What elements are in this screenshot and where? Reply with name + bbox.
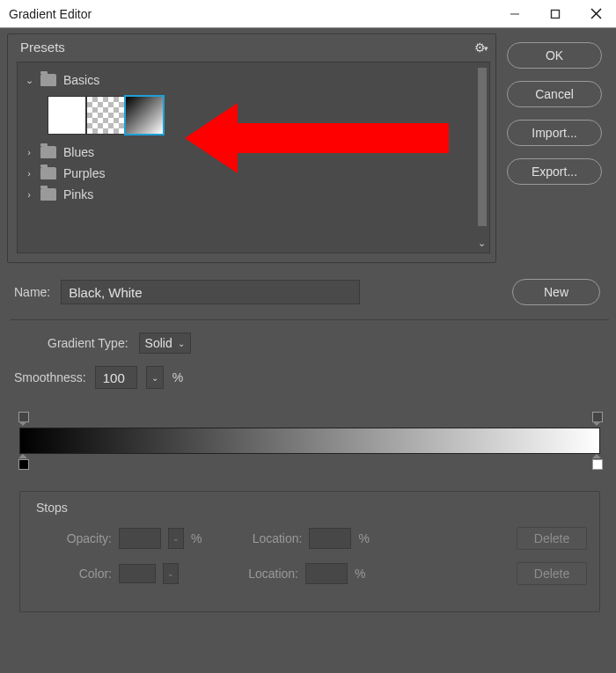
location-label: Location:	[233, 531, 302, 545]
titlebar: Gradient Editor	[0, 0, 616, 28]
scrollbar-thumb[interactable]	[478, 68, 487, 226]
folder-icon	[40, 188, 56, 201]
delete-opacity-stop-button: Delete	[517, 527, 587, 550]
folder-label: Pinks	[63, 187, 93, 201]
cancel-button[interactable]: Cancel	[507, 81, 602, 107]
side-buttons: OK Cancel Import... Export...	[507, 33, 612, 263]
folder-label: Blues	[63, 145, 94, 159]
minimize-button[interactable]	[495, 0, 535, 28]
opacity-location-input	[309, 528, 351, 549]
chevron-right-icon: ›	[25, 147, 33, 157]
gradient-bar[interactable]	[19, 428, 600, 454]
color-location-input	[305, 563, 348, 584]
color-label: Color:	[36, 567, 112, 581]
opacity-stop-left[interactable]	[18, 412, 28, 424]
opacity-label: Opacity:	[36, 531, 112, 545]
chevron-right-icon: ›	[25, 189, 33, 200]
color-swatch	[119, 564, 156, 583]
import-button[interactable]: Import...	[507, 120, 602, 146]
folder-label: Basics	[63, 73, 99, 87]
opacity-dropdown: ⌄	[168, 528, 184, 549]
gradient-type-select[interactable]: Solid ⌄	[139, 333, 191, 354]
location-unit: %	[355, 567, 365, 581]
opacity-input	[119, 528, 161, 549]
stops-panel: Stops Opacity: ⌄ % Location: % Delete Co…	[19, 491, 600, 612]
folder-icon	[40, 146, 56, 158]
export-button[interactable]: Export...	[507, 158, 602, 185]
window-title: Gradient Editor	[9, 7, 495, 21]
location-unit: %	[358, 531, 369, 545]
ok-button[interactable]: OK	[507, 42, 602, 69]
svg-rect-1	[552, 10, 560, 18]
folder-basics[interactable]: ⌄ Basics	[23, 69, 484, 91]
location-label: Location:	[230, 567, 298, 581]
chevron-down-icon: ⌄	[178, 339, 185, 348]
chevron-down-icon: ⌄	[25, 75, 33, 86]
smoothness-input[interactable]	[95, 366, 137, 389]
color-stop-left[interactable]	[18, 456, 28, 468]
swatch-foreground-to-background[interactable]	[48, 96, 86, 135]
preset-list: ⌄ ⌄ Basics › Blues ›	[17, 62, 490, 253]
gear-icon[interactable]: ⚙▾	[474, 40, 487, 55]
presets-label: Presets	[20, 40, 474, 55]
smoothness-label: Smoothness:	[14, 370, 86, 384]
opacity-unit: %	[191, 531, 202, 545]
swatch-black-white[interactable]	[125, 96, 164, 135]
smoothness-dropdown[interactable]: ⌄	[146, 366, 164, 389]
chevron-right-icon: ›	[25, 168, 33, 179]
scroll-down-icon[interactable]: ⌄	[477, 238, 486, 249]
folder-icon	[40, 74, 56, 86]
dialog-body: Presets ⚙▾ ⌄ ⌄ Basics ›	[0, 28, 616, 673]
swatch-foreground-to-transparent[interactable]	[86, 96, 125, 135]
gradient-type-label: Gradient Type:	[48, 336, 128, 350]
folder-purples[interactable]: › Purples	[23, 163, 484, 184]
maximize-button[interactable]	[535, 0, 576, 28]
new-button[interactable]: New	[512, 279, 600, 305]
folder-label: Purples	[63, 166, 105, 180]
folder-blues[interactable]: › Blues	[23, 142, 484, 163]
smoothness-unit: %	[172, 370, 183, 384]
delete-color-stop-button: Delete	[517, 562, 587, 585]
name-input[interactable]	[61, 280, 360, 304]
folder-icon	[40, 167, 56, 179]
presets-panel: Presets ⚙▾ ⌄ ⌄ Basics ›	[7, 33, 496, 263]
divider	[11, 319, 609, 320]
folder-pinks[interactable]: › Pinks	[23, 184, 484, 205]
name-label: Name:	[14, 285, 50, 299]
opacity-stop-right[interactable]	[591, 412, 602, 424]
stops-title: Stops	[36, 501, 587, 515]
color-stop-right[interactable]	[591, 456, 602, 468]
gradient-type-value: Solid	[145, 336, 172, 350]
swatch-row	[48, 96, 484, 135]
color-dropdown: ⌄	[163, 563, 179, 584]
close-button[interactable]	[576, 0, 616, 28]
gradient-editor-area	[19, 406, 600, 484]
